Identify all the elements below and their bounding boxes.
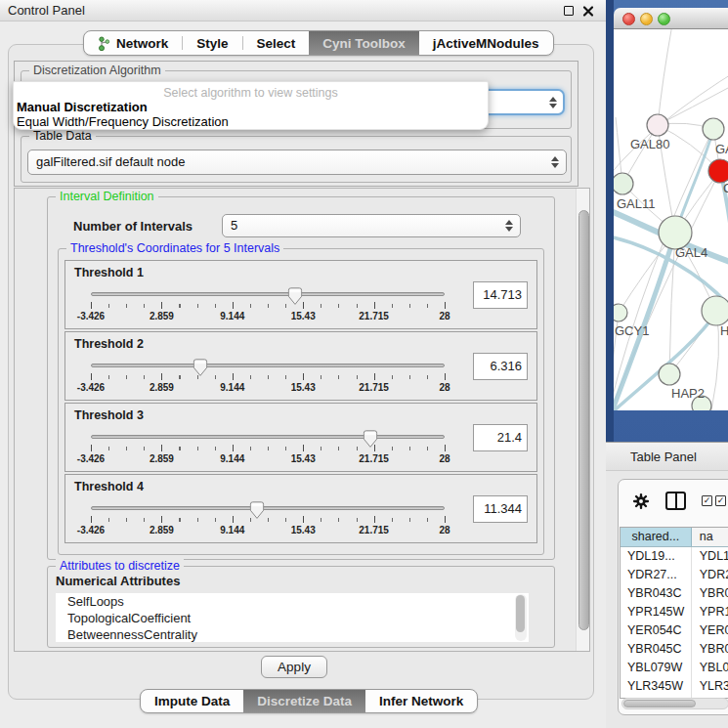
table-row[interactable]: YBR045C YBR0 <box>621 640 728 659</box>
dropdown-option-equal-width[interactable]: Equal Width/Frequency Discretization <box>14 114 488 129</box>
dropdown-option-manual-discretization[interactable]: Manual Discretization <box>14 100 488 114</box>
table-panel-title: Table Panel <box>630 443 697 471</box>
table-cell-shared[interactable]: YPR145W <box>621 603 692 621</box>
table-cell-name[interactable]: YER0 <box>692 621 728 640</box>
node-gal4[interactable] <box>659 216 692 249</box>
slider-thumb[interactable] <box>287 287 302 306</box>
columns-icon[interactable] <box>665 492 686 510</box>
table-cell-shared[interactable]: YER054C <box>621 621 692 640</box>
threshold-value[interactable]: 11.344 <box>473 495 528 523</box>
combo-arrows-icon <box>549 97 557 108</box>
thresholds-group-title: Threshold's Coordinates for 5 Intervals <box>66 241 283 255</box>
table-data-combobox[interactable]: galFiltered.sif default node <box>27 150 567 175</box>
table-cell-shared[interactable]: YLR345W <box>621 677 692 696</box>
table-row[interactable]: YPR145W YPR1 <box>621 603 728 621</box>
tab-cyni-toolbox[interactable]: Cyni Toolbox <box>309 31 419 55</box>
threshold-value[interactable]: 14.713 <box>473 281 528 309</box>
tab-select-label: Select <box>257 36 296 51</box>
table-cell-name[interactable]: YBR0 <box>692 584 728 603</box>
table-cell-name[interactable]: YBL0 <box>692 659 728 677</box>
threshold-slider[interactable]: -3.4262.8599.14415.4321.71528 <box>91 430 445 450</box>
tab-jactivemnodules[interactable]: jActiveMNodules <box>419 31 553 55</box>
threshold-slider[interactable]: -3.4262.8599.14415.4321.71528 <box>91 359 445 378</box>
node-h[interactable] <box>702 296 728 325</box>
network-icon <box>98 36 110 51</box>
table-cell-name[interactable]: YDR2 <box>692 566 728 584</box>
tab-network[interactable]: Network <box>84 31 182 55</box>
network-canvas[interactable]: GAL80 GA C GAL11 GAL4 GCY1 H HAP2 <box>614 29 728 410</box>
tab-discretize-data-label: Discretize Data <box>257 694 352 708</box>
table-cell-shared[interactable]: YBR045C <box>621 640 692 659</box>
table-row[interactable]: YBL079W YBL0 <box>621 659 728 677</box>
gear-icon[interactable] <box>632 492 650 514</box>
node-hap2[interactable] <box>659 364 680 385</box>
table-cell-shared[interactable]: YDR27... <box>621 566 692 584</box>
table-cell-shared[interactable]: YBL079W <box>621 659 692 677</box>
list-scrollbar[interactable] <box>515 594 527 641</box>
attribute-list-item[interactable]: TopologicalCoefficient <box>56 610 529 626</box>
node-gal80[interactable] <box>647 114 668 136</box>
table-cell-shared[interactable]: YDL19... <box>621 547 692 566</box>
slider-track[interactable] <box>91 292 445 296</box>
table-cell-name[interactable]: YPR1 <box>692 603 728 621</box>
node-gal11[interactable] <box>614 173 633 194</box>
threshold-slider[interactable]: -3.4262.8599.14415.4321.71528 <box>91 287 445 307</box>
network-window[interactable]: GAL80 GA C GAL11 GAL4 GCY1 H HAP2 <box>614 8 728 410</box>
tab-select[interactable]: Select <box>243 31 310 55</box>
column-header-name[interactable]: na <box>692 528 728 546</box>
table-row[interactable]: YBR043C YBR0 <box>621 584 728 603</box>
tab-style[interactable]: Style <box>183 31 241 55</box>
mac-zoom-icon[interactable] <box>658 13 670 25</box>
tab-infer-network[interactable]: Infer Network <box>365 690 477 712</box>
network-window-titlebar[interactable] <box>614 8 728 29</box>
float-window-icon[interactable] <box>564 6 574 16</box>
control-panel-tabbar: Network Style Select Cyni Toolbox jActiv… <box>83 30 554 56</box>
mac-minimize-icon[interactable] <box>640 13 653 25</box>
tab-impute-data[interactable]: Impute Data <box>141 690 243 712</box>
major-tick <box>303 516 304 523</box>
tick-label: 15.43 <box>291 382 316 393</box>
tick-label: 9.144 <box>220 525 244 535</box>
table-row[interactable]: YER054C YER0 <box>621 621 728 640</box>
slider-thumb[interactable] <box>363 430 377 449</box>
table-row[interactable]: YDL19... YDL1 <box>621 547 728 566</box>
attribute-list-item[interactable]: SelfLoops <box>56 593 529 610</box>
slider-track[interactable] <box>91 506 445 510</box>
slider-track[interactable] <box>91 364 445 367</box>
vertical-scrollbar-thumb[interactable] <box>578 210 589 630</box>
table-toolbar: ✓ ✓ <box>619 480 728 523</box>
apply-button[interactable]: Apply <box>261 656 327 678</box>
node-gcy1[interactable] <box>614 304 627 321</box>
vertical-scrollbar[interactable] <box>576 189 589 651</box>
horizontal-scrollbar-thumb[interactable] <box>623 700 696 707</box>
slider-track[interactable] <box>91 435 445 439</box>
table-cell-name[interactable]: YBR0 <box>692 640 728 659</box>
threshold-value[interactable]: 21.4 <box>473 424 528 451</box>
threshold-slider[interactable]: -3.4262.8599.14415.4321.71528 <box>91 501 445 521</box>
tab-discretize-data[interactable]: Discretize Data <box>243 690 365 712</box>
number-of-intervals-combobox[interactable]: 5 <box>222 214 521 237</box>
tick-label: 21.715 <box>359 311 389 321</box>
numerical-attributes-list[interactable]: SelfLoopsTopologicalCoefficientBetweenne… <box>56 593 529 642</box>
algorithm-dropdown-popup: Select algorithm to view settings Manual… <box>13 81 489 130</box>
threshold-value[interactable]: 6.316 <box>473 353 528 380</box>
table-cell-name[interactable]: YLR3 <box>692 677 728 696</box>
column-header-shared[interactable]: shared... <box>621 528 692 546</box>
network-graph[interactable]: GAL80 GA C GAL11 GAL4 GCY1 H HAP2 <box>614 29 728 410</box>
table-cell-name[interactable]: YDL1 <box>692 547 728 566</box>
slider-thumb[interactable] <box>193 359 208 377</box>
checkbox-icon[interactable]: ✓ <box>715 495 726 506</box>
node-red-selected[interactable] <box>708 159 728 183</box>
horizontal-scrollbar[interactable] <box>621 698 728 709</box>
node-table[interactable]: shared... na YDL19... YDL1 YDR27... YDR2… <box>620 527 728 699</box>
table-row[interactable]: YLR345W YLR3 <box>621 677 728 696</box>
mac-close-icon[interactable] <box>622 13 635 25</box>
table-cell-shared[interactable]: YBR043C <box>621 584 692 603</box>
attribute-list-item[interactable]: BetweennessCentrality <box>56 626 529 642</box>
table-row[interactable]: YDR27... YDR2 <box>621 566 728 584</box>
node-ga[interactable] <box>703 118 724 140</box>
list-scrollbar-thumb[interactable] <box>516 595 525 632</box>
checkbox-icon[interactable]: ✓ <box>702 495 712 506</box>
slider-thumb[interactable] <box>250 501 265 520</box>
close-icon[interactable] <box>582 4 594 18</box>
